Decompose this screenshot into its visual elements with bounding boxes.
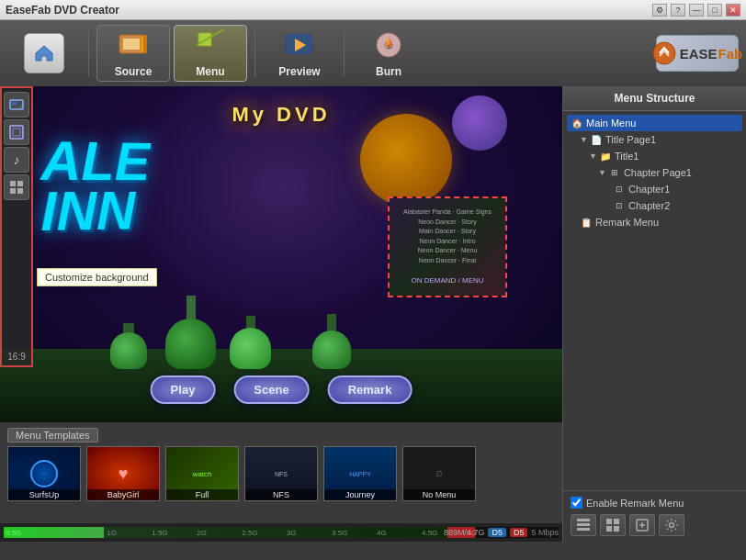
svg-rect-18 bbox=[17, 181, 23, 186]
svg-rect-22 bbox=[577, 523, 590, 526]
tree-label-title1: Title1 bbox=[615, 151, 639, 162]
menu-structure-header: Menu Structure bbox=[563, 86, 746, 111]
sep2 bbox=[254, 30, 255, 76]
settings-tool-btn[interactable] bbox=[659, 514, 684, 536]
grid-tool[interactable] bbox=[4, 174, 29, 200]
svg-point-11 bbox=[653, 42, 675, 64]
template-journey[interactable]: HAPPY Journey bbox=[323, 446, 397, 501]
nav-buttons: Play Scene Remark bbox=[151, 375, 413, 404]
svg-point-31 bbox=[670, 523, 674, 528]
scene-button[interactable]: Scene bbox=[233, 375, 309, 404]
tooltip-text: Customize background bbox=[45, 272, 149, 283]
tree-label-main-menu: Main Menu bbox=[586, 118, 636, 129]
remark-button[interactable]: Remark bbox=[328, 375, 413, 404]
arrow-title1: ▼ bbox=[589, 151, 597, 161]
tree-item-chapter2[interactable]: ⊡ Chapter2 bbox=[567, 197, 742, 214]
video-thumbnail[interactable]: Alabaster Panda · Game Signs Neon Dancer… bbox=[388, 196, 507, 297]
svg-rect-25 bbox=[614, 519, 619, 524]
remark-menu-icon: 📋 bbox=[580, 216, 593, 229]
tree-item-title-page1[interactable]: ▼ 📄 Title Page1 bbox=[567, 131, 742, 148]
progress-overflow bbox=[447, 527, 475, 538]
add-item-btn[interactable] bbox=[629, 514, 655, 536]
minimize-btn[interactable]: — bbox=[689, 4, 704, 17]
template-nomenu[interactable]: ∅ No Menu bbox=[402, 446, 476, 501]
help-btn[interactable]: ? bbox=[671, 4, 685, 17]
background-tool[interactable] bbox=[4, 92, 29, 118]
burn-label: Burn bbox=[376, 65, 401, 78]
frame-tool[interactable] bbox=[4, 119, 29, 145]
tree-item-chapter1[interactable]: ⊡ Chapter1 bbox=[567, 181, 742, 197]
tree-label-chapter2: Chapter2 bbox=[628, 200, 670, 211]
bottom-tools bbox=[571, 514, 739, 536]
home-tree-icon: 🏠 bbox=[571, 117, 583, 129]
template-babygirl[interactable]: ♥ BabyGirl bbox=[86, 446, 160, 501]
sep3 bbox=[344, 30, 345, 76]
preview-label: Preview bbox=[278, 65, 320, 78]
progress-remaining bbox=[104, 527, 447, 538]
svg-rect-17 bbox=[10, 181, 16, 186]
template-full[interactable]: watch Full bbox=[165, 446, 239, 501]
tree-label-remark-menu: Remark Menu bbox=[595, 217, 659, 228]
preview-button[interactable]: Preview bbox=[263, 25, 336, 82]
maximize-btn[interactable]: □ bbox=[707, 4, 722, 17]
settings-btn[interactable]: ⚙ bbox=[652, 4, 667, 17]
chapter1-icon: ⊡ bbox=[613, 183, 626, 196]
left-sidebar: ♪ 16:9 bbox=[0, 86, 33, 367]
svg-rect-20 bbox=[17, 188, 23, 194]
svg-rect-16 bbox=[13, 129, 20, 136]
progress-empty bbox=[475, 527, 559, 538]
play-button[interactable]: Play bbox=[151, 375, 216, 404]
detail-view-btn[interactable] bbox=[600, 514, 626, 536]
logo: EASE Fab bbox=[656, 35, 739, 72]
template-nfs-label: NFS bbox=[245, 489, 317, 500]
title-bar: EaseFab DVD Creator ⚙ ? — □ ✕ bbox=[0, 0, 746, 20]
svg-rect-3 bbox=[143, 35, 147, 53]
source-button[interactable]: Source bbox=[96, 25, 170, 82]
chapter2-icon: ⊡ bbox=[613, 199, 626, 212]
page-tree-icon: 📄 bbox=[590, 133, 603, 146]
building-4 bbox=[312, 314, 351, 369]
aspect-ratio-label: 16:9 bbox=[7, 352, 25, 362]
menu-label: Menu bbox=[196, 65, 224, 78]
menu-button[interactable]: Menu bbox=[174, 25, 247, 82]
enable-remark-checkbox[interactable] bbox=[571, 497, 582, 509]
enable-remark-row[interactable]: Enable Remark Menu bbox=[571, 497, 739, 509]
main-content: My DVD ALEINN bbox=[0, 86, 746, 542]
bottom-panel: Enable Remark Menu bbox=[563, 490, 746, 542]
arrow-title-page1: ▼ bbox=[580, 135, 588, 144]
svg-rect-23 bbox=[577, 528, 590, 531]
tree-item-remark-menu[interactable]: 📋 Remark Menu bbox=[567, 214, 742, 230]
template-surfsup[interactable]: SurfsUp bbox=[7, 446, 81, 501]
svg-rect-15 bbox=[10, 126, 23, 139]
window-controls[interactable]: ⚙ ? — □ ✕ bbox=[652, 4, 740, 17]
template-full-label: Full bbox=[166, 489, 238, 500]
music-tool[interactable]: ♪ bbox=[4, 147, 29, 173]
preview-icon bbox=[283, 28, 316, 62]
tree-area: 🏠 Main Menu ▼ 📄 Title Page1 ▼ 📁 Title1 ▼… bbox=[563, 111, 746, 490]
planet-decoration-1 bbox=[360, 114, 452, 206]
svg-rect-19 bbox=[10, 188, 16, 194]
list-view-btn[interactable] bbox=[571, 514, 596, 536]
template-nfs[interactable]: NFS NFS bbox=[244, 446, 318, 501]
templates-label: Menu Templates bbox=[7, 428, 98, 442]
enable-remark-label: Enable Remark Menu bbox=[586, 498, 684, 509]
progress-bar: 0.5G 1G 1.5G 2G 2.5G 3G 3.5G 4G 4.5G 5G … bbox=[0, 523, 562, 542]
home-button[interactable] bbox=[7, 25, 81, 82]
alien-inn-text: ALEINN bbox=[41, 137, 152, 236]
tree-item-title1[interactable]: ▼ 📁 Title1 bbox=[567, 148, 742, 164]
building-1 bbox=[110, 323, 147, 369]
svg-rect-1 bbox=[123, 39, 140, 50]
close-btn[interactable]: ✕ bbox=[726, 4, 740, 17]
app-title: EaseFab DVD Creator bbox=[6, 4, 119, 17]
progress-used bbox=[4, 527, 104, 538]
dvd-title: My DVD bbox=[232, 103, 330, 127]
burn-button[interactable]: Burn bbox=[352, 25, 425, 82]
sep1 bbox=[88, 30, 89, 76]
logo-ease: EASE bbox=[680, 46, 718, 62]
tooltip: Customize background bbox=[37, 268, 157, 286]
preview-area: My DVD ALEINN bbox=[0, 86, 562, 542]
tree-item-chapter-page1[interactable]: ▼ ⊞ Chapter Page1 bbox=[567, 164, 742, 181]
home-icon bbox=[24, 33, 64, 73]
tree-item-main-menu[interactable]: 🏠 Main Menu bbox=[567, 115, 742, 131]
canvas: My DVD ALEINN bbox=[0, 86, 562, 422]
